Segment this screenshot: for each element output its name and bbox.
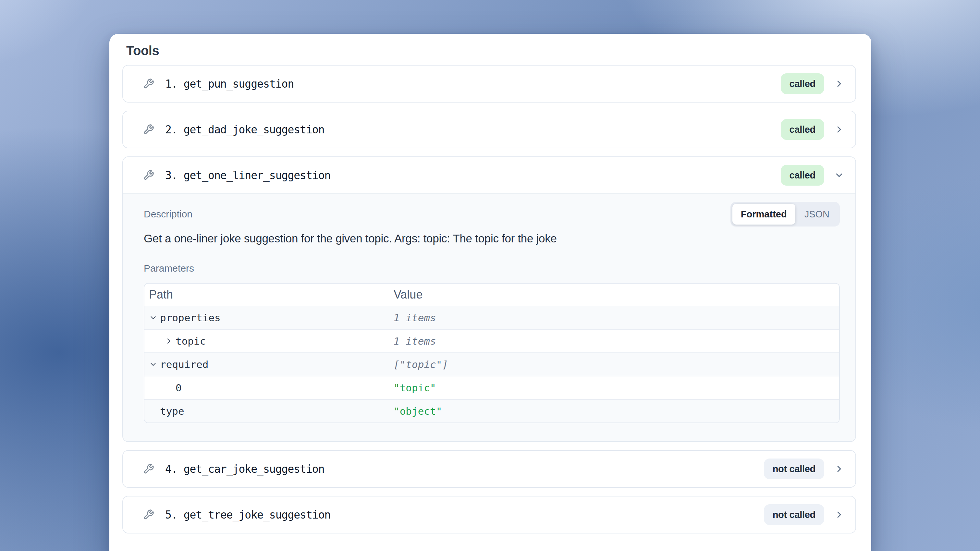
tool-row: 2. get_dad_joke_suggestion called	[123, 111, 856, 148]
parameter-value: "topic"	[394, 382, 436, 393]
wrench-icon	[143, 124, 154, 135]
chevron-right-icon	[834, 124, 844, 135]
tool-row: 1. get_pun_suggestion called	[123, 65, 856, 102]
tool-name: 3. get_one_liner_suggestion	[165, 169, 330, 182]
parameters-table: Path Value properties 1 items topic 1	[144, 283, 840, 423]
json-tab[interactable]: JSON	[796, 204, 838, 225]
status-badge: not called	[764, 504, 824, 525]
chevron-down-icon	[149, 314, 160, 322]
status-badge: called	[781, 165, 824, 186]
format-toggle: Formatted JSON	[730, 202, 840, 226]
parameter-key: topic	[175, 335, 206, 347]
wrench-icon	[143, 463, 154, 475]
parameter-key: required	[160, 358, 208, 370]
parameter-row: type "object"	[145, 399, 839, 422]
tool-row-header[interactable]: 3. get_one_liner_suggestion called	[123, 157, 855, 193]
parameter-row[interactable]: topic 1 items	[145, 329, 839, 352]
wrench-icon	[143, 170, 154, 181]
tool-row-header[interactable]: 2. get_dad_joke_suggestion called	[123, 111, 855, 148]
panel-title: Tools	[126, 43, 856, 58]
tool-name: 4. get_car_joke_suggestion	[165, 463, 325, 475]
tool-row-expanded: 3. get_one_liner_suggestion called Descr…	[123, 156, 856, 442]
tool-name: 2. get_dad_joke_suggestion	[165, 123, 325, 136]
parameter-value: 1 items	[394, 335, 436, 347]
chevron-right-icon	[834, 464, 844, 474]
chevron-right-icon	[834, 78, 844, 89]
tool-row-header[interactable]: 5. get_tree_joke_suggestion not called	[123, 497, 855, 533]
chevron-down-icon	[149, 360, 160, 369]
tool-description: Get a one-liner joke suggestion for the …	[144, 231, 840, 246]
path-column-header: Path	[145, 283, 394, 306]
tool-row-header[interactable]: 1. get_pun_suggestion called	[123, 65, 855, 102]
wrench-icon	[143, 509, 154, 520]
parameters-label: Parameters	[144, 263, 840, 274]
description-label: Description	[144, 209, 192, 220]
wrench-icon	[143, 78, 154, 89]
status-badge: called	[781, 119, 824, 140]
parameter-key: properties	[160, 312, 221, 323]
value-column-header: Value	[394, 283, 839, 306]
tool-row: 5. get_tree_joke_suggestion not called	[123, 496, 856, 533]
tool-name: 1. get_pun_suggestion	[165, 78, 294, 90]
chevron-down-icon	[834, 170, 844, 180]
chevron-right-icon	[164, 337, 175, 345]
parameter-row[interactable]: required ["topic"]	[145, 352, 839, 376]
parameter-value: 1 items	[394, 312, 436, 323]
tool-name: 5. get_tree_joke_suggestion	[165, 508, 330, 521]
tool-row-header[interactable]: 4. get_car_joke_suggestion not called	[123, 451, 855, 487]
parameter-value: "object"	[394, 405, 442, 417]
parameter-value: ["topic"]	[394, 358, 448, 370]
parameter-key: 0	[175, 382, 182, 393]
chevron-right-icon	[834, 510, 844, 520]
table-header-row: Path Value	[145, 283, 839, 306]
parameter-row[interactable]: properties 1 items	[145, 306, 839, 329]
parameter-row: 0 "topic"	[145, 376, 839, 399]
tools-panel: Tools 1. get_pun_suggestion called 2. ge…	[109, 34, 871, 551]
tool-detail: Description Formatted JSON Get a one-lin…	[123, 193, 855, 441]
status-badge: called	[781, 73, 824, 94]
status-badge: not called	[764, 459, 824, 479]
parameter-key: type	[160, 405, 184, 417]
tool-row: 4. get_car_joke_suggestion not called	[123, 450, 856, 488]
formatted-tab[interactable]: Formatted	[732, 204, 795, 225]
